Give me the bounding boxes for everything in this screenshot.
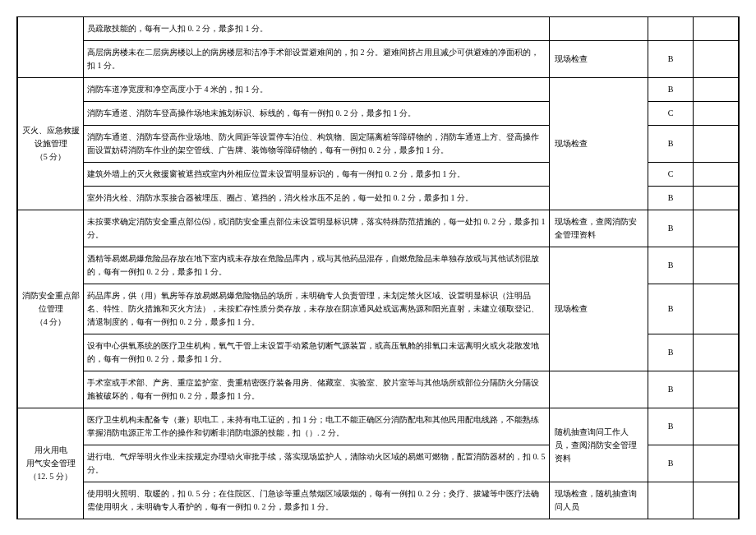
last-cell (694, 210, 739, 247)
score-cell: B (648, 284, 694, 334)
inspection-table: 员疏散技能的，每有一人扣 0. 2 分，最多扣 1 分。高层病房楼未在二层病房楼… (17, 16, 739, 519)
description-cell: 高层病房楼未在二层病房楼以上的病房楼层和洁净手术部设置避难间的，扣 2 分。避难… (84, 41, 550, 78)
score-cell (648, 482, 694, 519)
method-cell: 现场检查 (550, 41, 648, 78)
description-cell: 消防车通道、消防车登高操作场地未施划标识、标线的，每有一例扣 0. 2 分，最多… (84, 102, 550, 126)
description-cell: 手术室或手术部、产房、重症监护室、贵重精密医疗装备用房、储藏室、实验室、胶片室等… (84, 371, 550, 408)
description-cell: 消防车通道、消防车登高作业场地、防火间距等设置停车泊位、构筑物、固定隔离桩等障碍… (84, 126, 550, 163)
table-row: 用火用电用气安全管理（12. 5 分）医疗卫生机构未配备专（兼）职电工，未持有电… (18, 408, 739, 445)
last-cell (694, 187, 739, 210)
method-cell: 随机抽查询问工作人员，查阅消防安全管理资料 (550, 408, 648, 482)
score-cell: B (648, 445, 694, 482)
score-cell: B (648, 334, 694, 371)
category-cell: 用火用电用气安全管理（12. 5 分） (18, 408, 84, 519)
table-row: 员疏散技能的，每有一人扣 0. 2 分，最多扣 1 分。 (18, 17, 739, 41)
description-cell: 药品库房，供（用）氧房等存放易燃易爆危险物品的场所，未明确专人负责管理，未划定禁… (84, 284, 550, 334)
last-cell (694, 41, 739, 78)
method-cell (550, 371, 648, 408)
table-row: 手术室或手术部、产房、重症监护室、贵重精密医疗装备用房、储藏室、实验室、胶片室等… (18, 371, 739, 408)
description-cell: 室外消火栓、消防水泵接合器被埋压、圈占、遮挡的，消火栓水压不足的，每一处扣 0.… (84, 187, 550, 210)
category-cell (18, 17, 84, 78)
method-cell (550, 17, 648, 41)
category-cell: 灭火、应急救援设施管理（5 分） (18, 78, 84, 210)
description-cell: 使用明火照明、取暖的，扣 0. 5 分；在住院区、门急诊等重点禁烟区域吸烟的，每… (84, 482, 550, 519)
last-cell (694, 284, 739, 334)
last-cell (694, 247, 739, 284)
description-cell: 酒精等易燃易爆危险品存放在地下室内或未存放在危险品库内，或与其他药品混存，自燃危… (84, 247, 550, 284)
table-row: 酒精等易燃易爆危险品存放在地下室内或未存放在危险品库内，或与其他药品混存，自燃危… (18, 247, 739, 284)
document-page: 员疏散技能的，每有一人扣 0. 2 分，最多扣 1 分。高层病房楼未在二层病房楼… (16, 16, 740, 519)
description-cell: 消防车道净宽度和净空高度小于 4 米的，扣 1 分。 (84, 78, 550, 102)
description-cell: 设有中心供氧系统的医疗卫生机构，氧气干管上未设置手动紧急切断气源装置，或高压氧舱… (84, 334, 550, 371)
description-cell: 未按要求确定消防安全重点部位⑸，或消防安全重点部位未设置明显标识牌，落实特殊防范… (84, 210, 550, 247)
method-cell: 现场检查 (550, 247, 648, 371)
method-cell: 现场检查，查阅消防安全管理资料 (550, 210, 648, 247)
last-cell (694, 445, 739, 482)
category-cell: 消防安全重点部位管理（4 分） (18, 210, 84, 408)
description-cell: 建筑外墙上的灭火救援窗被遮挡或室内外相应位置未设置明显标识的，每有一例扣 0. … (84, 163, 550, 187)
score-cell (648, 17, 694, 41)
method-cell: 现场检查 (550, 78, 648, 210)
score-cell: B (648, 210, 694, 247)
last-cell (694, 482, 739, 519)
score-cell: B (648, 126, 694, 163)
score-cell: B (648, 187, 694, 210)
table-body: 员疏散技能的，每有一人扣 0. 2 分，最多扣 1 分。高层病房楼未在二层病房楼… (18, 17, 739, 519)
score-cell: B (648, 41, 694, 78)
last-cell (694, 334, 739, 371)
description-cell: 进行电、气焊等明火作业未按规定办理动火审批手续，落实现场监护人，清除动火区域的易… (84, 445, 550, 482)
description-cell: 员疏散技能的，每有一人扣 0. 2 分，最多扣 1 分。 (84, 17, 550, 41)
description-cell: 医疗卫生机构未配备专（兼）职电工，未持有电工证的，扣 1 分；电工不能正确区分消… (84, 408, 550, 445)
last-cell (694, 408, 739, 445)
last-cell (694, 371, 739, 408)
last-cell (694, 17, 739, 41)
score-cell: B (648, 371, 694, 408)
table-row: 使用明火照明、取暖的，扣 0. 5 分；在住院区、门急诊等重点禁烟区域吸烟的，每… (18, 482, 739, 519)
method-cell: 现场检查，随机抽查询问人员 (550, 482, 648, 519)
last-cell (694, 102, 739, 126)
last-cell (694, 78, 739, 102)
last-cell (694, 163, 739, 187)
last-cell (694, 126, 739, 163)
score-cell: B (648, 78, 694, 102)
table-row: 灭火、应急救援设施管理（5 分）消防车道净宽度和净空高度小于 4 米的，扣 1 … (18, 78, 739, 102)
score-cell: B (648, 408, 694, 445)
table-row: 消防安全重点部位管理（4 分）未按要求确定消防安全重点部位⑸，或消防安全重点部位… (18, 210, 739, 247)
score-cell: C (648, 163, 694, 187)
score-cell: B (648, 247, 694, 284)
score-cell: C (648, 102, 694, 126)
table-row: 高层病房楼未在二层病房楼以上的病房楼层和洁净手术部设置避难间的，扣 2 分。避难… (18, 41, 739, 78)
